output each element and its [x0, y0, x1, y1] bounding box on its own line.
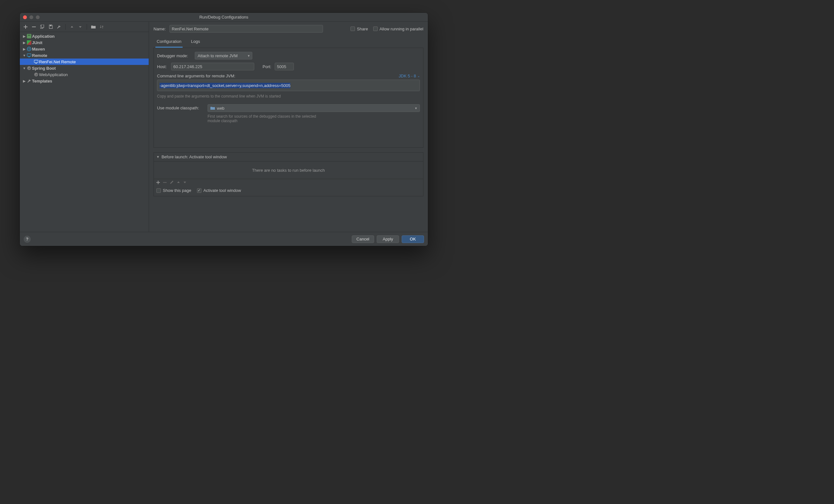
svg-rect-4	[27, 34, 31, 38]
maven-icon	[26, 47, 32, 51]
checkbox-icon	[373, 26, 378, 31]
remote-icon	[26, 53, 32, 58]
module-value: web	[217, 106, 224, 111]
edit-icon[interactable]	[170, 180, 174, 184]
configuration-panel: Debugger mode: Attach to remote JVM Host…	[153, 48, 423, 148]
help-button[interactable]: ?	[24, 236, 31, 243]
svg-rect-14	[163, 182, 167, 182]
remove-icon[interactable]	[163, 181, 167, 184]
host-label: Host:	[157, 64, 171, 69]
configurations-tree[interactable]: ▶ Application ▶ JUnit ▶ Maven ▼	[20, 32, 149, 232]
save-icon[interactable]	[48, 24, 53, 29]
wrench-icon[interactable]	[56, 24, 61, 29]
name-input[interactable]	[170, 25, 323, 32]
main-panel: Name: Share Allow running in parallel Co…	[149, 22, 428, 232]
module-classpath-label: Use module classpath:	[157, 104, 207, 110]
chevron-right-icon: ▶	[22, 79, 26, 83]
chevron-down-icon: ▼	[156, 155, 159, 159]
before-launch-section: ▼ Before launch: Activate tool window Th…	[153, 152, 423, 196]
debugger-mode-value: Attach to remote JVM	[198, 53, 238, 58]
chevron-right-icon: ▶	[22, 47, 26, 51]
move-down-icon[interactable]	[183, 181, 186, 184]
checkbox-checked-icon	[197, 188, 201, 193]
svg-rect-2	[41, 25, 44, 27]
dialog-footer: ? Cancel Apply OK	[20, 232, 428, 246]
svg-rect-3	[50, 25, 51, 26]
tree-node-application[interactable]: ▶ Application	[20, 33, 149, 39]
before-launch-title: Before launch: Activate tool window	[161, 154, 227, 159]
tree-node-maven[interactable]: ▶ Maven	[20, 46, 149, 52]
jdk-version-link[interactable]: JDK 5 - 8 ⌄	[399, 73, 420, 78]
window-title: Run/Debug Configurations	[20, 15, 428, 20]
folder-icon	[211, 106, 215, 110]
module-classpath-select[interactable]: web ▾	[207, 104, 420, 112]
cmdline-hint: Copy and paste the arguments to the comm…	[157, 94, 420, 98]
show-this-page-checkbox[interactable]: Show this page	[156, 188, 191, 193]
port-input[interactable]	[275, 63, 294, 70]
svg-rect-8	[27, 54, 31, 56]
before-launch-empty-text: There are no tasks to run before launch	[252, 168, 325, 173]
module-hint-line1: First search for sources of the debugged…	[207, 114, 420, 119]
tree-node-templates[interactable]: ▶ Templates	[20, 78, 149, 84]
jdk-version-value: JDK 5 - 8	[399, 73, 416, 78]
move-up-icon[interactable]	[177, 181, 180, 184]
tab-logs[interactable]: Logs	[190, 37, 201, 48]
remote-icon	[33, 60, 39, 64]
checkbox-icon	[350, 26, 355, 31]
cmdline-args-field[interactable]: -agentlib:jdwp=transport=dt_socket,serve…	[157, 80, 420, 91]
run-debug-configurations-dialog: Run/Debug Configurations ▶	[20, 13, 428, 246]
chevron-right-icon: ▶	[22, 35, 26, 38]
host-input[interactable]	[171, 63, 254, 70]
copy-icon[interactable]	[40, 24, 45, 29]
add-icon[interactable]	[156, 181, 160, 184]
move-up-icon[interactable]	[69, 24, 74, 29]
titlebar: Run/Debug Configurations	[20, 13, 428, 22]
add-icon[interactable]	[23, 24, 28, 29]
tree-node-webapplication[interactable]: WebApplication	[20, 71, 149, 78]
tree-node-springboot[interactable]: ▼ Spring Boot	[20, 65, 149, 71]
svg-rect-0	[32, 26, 36, 27]
tree-label: Spring Boot	[32, 66, 56, 71]
ok-button[interactable]: OK	[402, 235, 424, 243]
svg-point-12	[27, 66, 31, 70]
activate-tool-window-checkbox[interactable]: Activate tool window	[197, 188, 241, 193]
before-launch-toolbar	[154, 179, 423, 185]
sidebar-toolbar	[20, 22, 149, 32]
application-icon	[26, 34, 32, 38]
share-checkbox[interactable]: Share	[350, 26, 368, 31]
tree-node-junit[interactable]: ▶ JUnit	[20, 39, 149, 46]
chevron-down-icon: ⌄	[417, 74, 420, 78]
tree-label: Remote	[32, 53, 47, 58]
folder-icon[interactable]	[91, 24, 96, 29]
tree-label: Application	[32, 34, 55, 39]
junit-icon	[26, 40, 32, 45]
before-launch-header[interactable]: ▼ Before launch: Activate tool window	[154, 153, 423, 161]
tree-node-remote-renfei[interactable]: RenFei.Net Remote	[20, 59, 149, 65]
debugger-mode-label: Debugger mode:	[157, 53, 195, 58]
chevron-down-icon: ▼	[22, 67, 26, 70]
allow-parallel-checkbox[interactable]: Allow running in parallel	[373, 26, 423, 31]
cmdline-label: Command line arguments for remote JVM:	[157, 73, 235, 78]
tree-node-remote[interactable]: ▼ Remote	[20, 52, 149, 59]
apply-button[interactable]: Apply	[377, 235, 399, 243]
remove-icon[interactable]	[31, 24, 37, 29]
activate-tool-window-label: Activate tool window	[203, 188, 241, 193]
svg-point-13	[34, 72, 38, 76]
debugger-mode-select[interactable]: Attach to remote JVM	[195, 52, 252, 60]
svg-rect-11	[36, 63, 37, 64]
move-down-icon[interactable]	[78, 24, 83, 29]
tree-label: RenFei.Net Remote	[39, 60, 76, 64]
tab-bar: Configuration Logs	[153, 37, 423, 48]
spring-icon	[33, 72, 39, 77]
cmdline-args-value: -agentlib:jdwp=transport=dt_socket,serve…	[159, 83, 290, 88]
allow-parallel-label: Allow running in parallel	[379, 26, 423, 31]
tree-label: Maven	[32, 47, 45, 51]
svg-rect-5	[28, 35, 30, 36]
svg-point-7	[28, 48, 30, 49]
cancel-button[interactable]: Cancel	[352, 235, 374, 243]
tab-configuration[interactable]: Configuration	[155, 37, 182, 48]
show-this-page-label: Show this page	[163, 188, 191, 193]
configurations-sidebar: ▶ Application ▶ JUnit ▶ Maven ▼	[20, 22, 149, 232]
module-hint-line2: module classpath	[207, 119, 420, 123]
sort-icon[interactable]	[99, 24, 104, 29]
